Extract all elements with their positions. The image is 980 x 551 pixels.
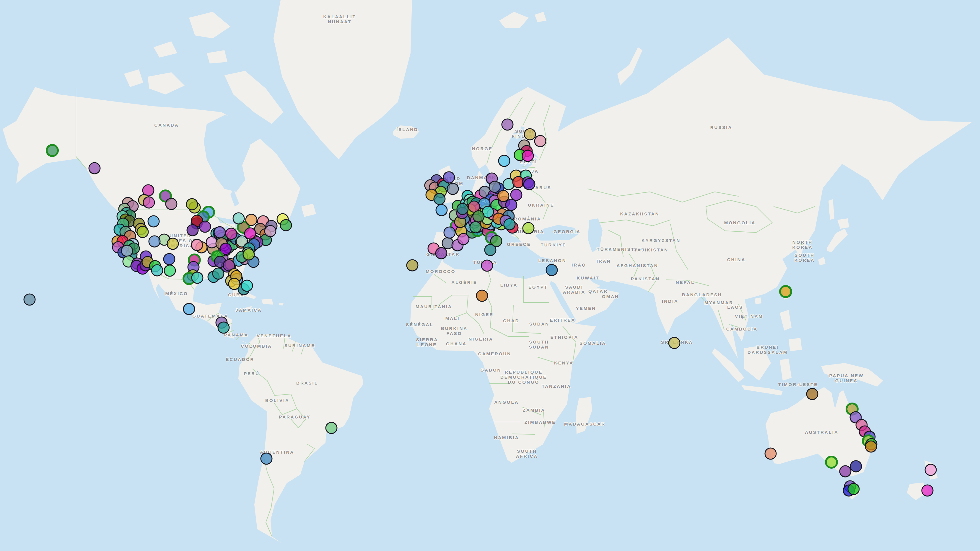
map-marker[interactable]: [167, 238, 178, 249]
map-marker[interactable]: [213, 268, 224, 279]
map-marker[interactable]: [434, 193, 445, 205]
map-marker[interactable]: [865, 441, 877, 452]
country-label: MADAGASCAR: [564, 421, 606, 426]
map-marker[interactable]: [535, 135, 546, 147]
map-marker[interactable]: [780, 286, 791, 297]
map-marker[interactable]: [151, 265, 163, 276]
map-marker[interactable]: [89, 163, 100, 174]
country-label: KENYA: [554, 360, 574, 365]
map-marker[interactable]: [229, 278, 240, 289]
map-marker[interactable]: [826, 457, 837, 468]
map-marker[interactable]: [511, 189, 522, 200]
map-marker[interactable]: [489, 181, 500, 192]
country-label: GHANA: [446, 341, 467, 346]
map-marker[interactable]: [214, 227, 225, 238]
map-marker[interactable]: [470, 222, 481, 233]
country-label: NIGERIA: [468, 337, 493, 341]
map-marker[interactable]: [246, 214, 257, 225]
map-marker[interactable]: [191, 239, 203, 251]
country-label: KUWAIT: [576, 275, 599, 280]
country-label: AFGHANISTAN: [616, 263, 658, 268]
map-marker[interactable]: [848, 483, 859, 495]
map-marker[interactable]: [447, 183, 458, 194]
map-marker[interactable]: [765, 448, 776, 459]
map-marker[interactable]: [499, 155, 510, 167]
map-marker[interactable]: [850, 461, 862, 472]
country-label: BRASIL: [296, 380, 318, 386]
map-marker[interactable]: [243, 249, 254, 260]
map-marker[interactable]: [922, 485, 933, 496]
map-marker[interactable]: [241, 280, 253, 291]
map-marker[interactable]: [925, 464, 936, 475]
country-label: SOUTHKOREA: [794, 252, 815, 263]
map-marker[interactable]: [522, 150, 533, 162]
map-marker[interactable]: [149, 236, 160, 247]
map-marker[interactable]: [481, 260, 493, 271]
map-marker[interactable]: [436, 248, 447, 259]
map-marker[interactable]: [233, 213, 244, 224]
map-marker[interactable]: [24, 294, 35, 305]
map-marker[interactable]: [504, 219, 515, 230]
map-marker[interactable]: [444, 227, 455, 238]
country-label: TIMOR-LESTE: [778, 382, 818, 387]
country-label: NIGER: [475, 312, 494, 317]
map-marker[interactable]: [186, 198, 197, 210]
map-marker[interactable]: [457, 203, 468, 214]
map-marker[interactable]: [442, 238, 453, 249]
country-label: ROMÂNIA: [514, 216, 541, 221]
map-marker[interactable]: [164, 254, 175, 265]
map-marker[interactable]: [164, 265, 175, 276]
map-marker[interactable]: [473, 211, 484, 222]
map-marker[interactable]: [407, 260, 418, 271]
map-marker[interactable]: [498, 191, 509, 202]
country-label: AUSTRALIA: [805, 430, 838, 435]
map-marker[interactable]: [192, 272, 203, 283]
country-label: VIỆT NAM: [735, 314, 763, 319]
map-marker[interactable]: [280, 219, 291, 231]
country-label: SOUTHAFRICA: [516, 449, 538, 459]
map-marker[interactable]: [485, 245, 496, 256]
map-marker[interactable]: [523, 222, 534, 234]
map-marker[interactable]: [199, 221, 211, 232]
country-label: NORTHKOREA: [792, 240, 813, 250]
map-marker[interactable]: [143, 197, 154, 208]
map-marker[interactable]: [226, 228, 237, 239]
map-marker[interactable]: [443, 172, 455, 183]
country-label: ANGOLA: [495, 400, 519, 405]
country-label: BANGLADESH: [682, 292, 722, 297]
country-label: IRAQ: [571, 262, 586, 267]
map-marker[interactable]: [669, 337, 680, 349]
world-map[interactable]: KALAALLITNUNAATCANADAUNITEDSTATES OFAMER…: [0, 0, 980, 551]
map-marker[interactable]: [524, 179, 535, 190]
map-marker[interactable]: [502, 119, 513, 130]
map-marker[interactable]: [524, 129, 536, 140]
country-label: INDIA: [662, 299, 678, 304]
map-marker[interactable]: [187, 225, 198, 236]
map-marker[interactable]: [326, 422, 337, 433]
map-marker[interactable]: [265, 225, 276, 237]
map-marker[interactable]: [476, 290, 488, 301]
map-marker[interactable]: [218, 322, 229, 333]
map-marker[interactable]: [121, 245, 133, 256]
country-label: LIBYA: [500, 283, 518, 287]
country-label: CANADA: [154, 122, 179, 127]
map-marker[interactable]: [137, 226, 148, 238]
country-label: NAMIBIA: [494, 435, 519, 440]
map-marker[interactable]: [840, 466, 851, 477]
country-label: TANZANIA: [542, 384, 571, 389]
map-marker[interactable]: [436, 205, 447, 216]
country-label: GABON: [480, 367, 501, 372]
map-marker[interactable]: [148, 216, 159, 227]
map-marker[interactable]: [261, 453, 272, 464]
country-label: MÉXICO: [165, 291, 188, 296]
map-marker[interactable]: [807, 388, 818, 400]
country-label: KALAALLITNUNAAT: [323, 14, 356, 24]
map-marker[interactable]: [546, 264, 557, 276]
map-marker[interactable]: [47, 145, 58, 156]
map-marker[interactable]: [166, 198, 177, 210]
map-marker[interactable]: [183, 303, 195, 314]
country-label: LEBANON: [538, 258, 566, 263]
map-marker[interactable]: [458, 233, 469, 245]
country-label: QATAR: [589, 289, 608, 294]
map-marker[interactable]: [506, 199, 517, 210]
